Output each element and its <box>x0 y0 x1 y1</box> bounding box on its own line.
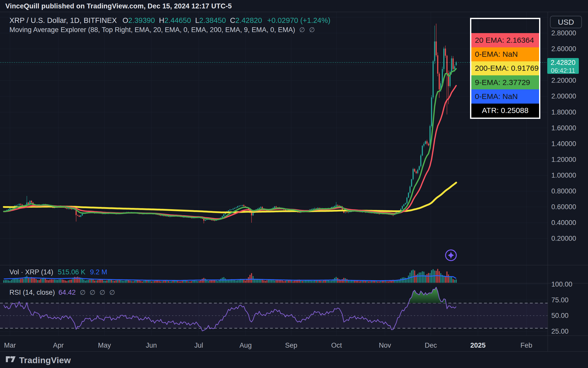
price-axis-label: 1.00000 <box>551 171 576 179</box>
price-axis-label: 1.20000 <box>551 155 576 163</box>
symbol-legend[interactable]: XRP / U.S. Dollar, 1D, BITFINEXO2.39390H… <box>9 16 330 25</box>
price-axis-label: 2.00000 <box>551 92 576 100</box>
ohlc-key: L <box>195 16 199 24</box>
ma-legend-row: ATR: 0.25088 <box>471 104 539 118</box>
time-axis-label: Sep <box>285 342 297 349</box>
ohlc-key: H <box>159 16 164 24</box>
tradingview-wordmark: TradingView <box>19 355 71 365</box>
rsi-axis-label: 50.00 <box>551 312 569 320</box>
current-price-badge: 2.42820 06:42:11 <box>547 58 579 74</box>
ma-explorer-value-table: 20 EMA: 2.163640-EMA: NaN200-EMA: 0.9176… <box>470 18 540 119</box>
time-axis-label: Mar <box>4 342 16 349</box>
ma-legend-row: 0-EMA: NaN <box>471 89 539 103</box>
price-axis-label: 0.60000 <box>551 203 576 211</box>
hide-indicator-icon[interactable]: ∅ <box>90 289 96 296</box>
hide-indicator-icon[interactable]: ∅ <box>80 289 86 296</box>
time-axis-label: Feb <box>520 342 532 349</box>
ohlc-value: 2.42820 <box>235 16 262 24</box>
change-value: +0.02970 (+1.24%) <box>267 16 330 24</box>
hide-indicator-icon[interactable]: ∅ <box>109 289 115 296</box>
price-axis-label: 2.80000 <box>551 29 576 37</box>
rsi-legend[interactable]: RSI (14, close)64.42∅∅∅∅ <box>9 289 115 296</box>
bar-countdown: 06:42:11 <box>547 67 579 74</box>
hide-indicator-icon[interactable]: ∅ <box>299 26 305 34</box>
time-axis-label: May <box>98 342 111 349</box>
rsi-axis-label: 100.00 <box>551 280 572 288</box>
hide-indicator-icon[interactable]: ∅ <box>309 26 315 34</box>
ohlc-key: O <box>123 16 128 24</box>
ma-legend-row <box>471 19 539 33</box>
indicator-legend[interactable]: Moving Average Explorer (88, Top Right, … <box>9 26 315 34</box>
symbol-title[interactable]: XRP / U.S. Dollar, 1D, BITFINEX <box>9 16 117 24</box>
volume-ma-value: 9.2 M <box>90 268 107 276</box>
rsi-axis-label: 75.00 <box>551 296 569 304</box>
ma-legend-row: 20 EMA: 2.16364 <box>471 33 539 47</box>
rsi-title[interactable]: RSI (14, close) <box>9 289 55 296</box>
current-price: 2.42820 <box>547 59 579 67</box>
time-axis-label: Dec <box>425 342 437 349</box>
price-axis-label: 0.20000 <box>551 235 576 243</box>
hide-indicator-icon[interactable]: ∅ <box>99 289 105 296</box>
volume-value: 515.06 K <box>58 268 85 276</box>
time-axis-label: Oct <box>331 342 342 349</box>
ohlc-value: 2.44650 <box>164 16 191 24</box>
time-axis-label: Aug <box>239 342 252 349</box>
ohlc-values: O2.39390H2.44650L2.38450C2.42820 <box>123 16 266 24</box>
price-axis-label: 2.20000 <box>551 77 576 84</box>
ohlc-key: C <box>230 16 235 24</box>
time-axis-label: Jun <box>146 342 157 349</box>
ohlc-value: 2.38450 <box>199 16 226 24</box>
price-axis-label: 1.40000 <box>551 140 576 148</box>
sparkle-ai-icon <box>446 250 456 261</box>
rsi-axis-label: 25.00 <box>551 328 569 335</box>
price-axis-label: 0.80000 <box>551 187 576 195</box>
tradingview-attribution[interactable]: TradingView <box>6 355 71 365</box>
price-axis-label: 1.60000 <box>551 124 576 132</box>
tradingview-logo-icon <box>6 356 16 365</box>
time-axis-label: Apr <box>53 342 64 349</box>
price-axis-label: 1.80000 <box>551 108 576 116</box>
ohlc-value: 2.39390 <box>128 16 155 24</box>
volume-title[interactable]: Vol · XRP (14) <box>9 268 53 276</box>
ma-legend-row: 9-EMA: 2.37729 <box>471 75 539 89</box>
time-axis-label: Jul <box>194 342 203 349</box>
price-axis-label: 2.60000 <box>551 45 576 53</box>
volume-legend[interactable]: Vol · XRP (14)515.06 K9.2 M <box>9 268 107 276</box>
price-axis-label: 0.40000 <box>551 219 576 227</box>
rsi-value: 64.42 <box>59 289 76 296</box>
published-header: VinceQuill published on TradingView.com,… <box>5 2 232 10</box>
tradingview-published-chart: VinceQuill published on TradingView.com,… <box>0 0 588 368</box>
time-axis-label: Nov <box>379 342 391 349</box>
ma-legend-row: 0-EMA: NaN <box>471 47 539 61</box>
ma-legend-row: 200-EMA: 0.91769 <box>471 61 539 75</box>
time-axis-label: 2025 <box>470 342 486 349</box>
currency-toggle-button[interactable]: USD <box>550 16 582 28</box>
indicator-title[interactable]: Moving Average Explorer (88, Top Right, … <box>9 26 295 34</box>
